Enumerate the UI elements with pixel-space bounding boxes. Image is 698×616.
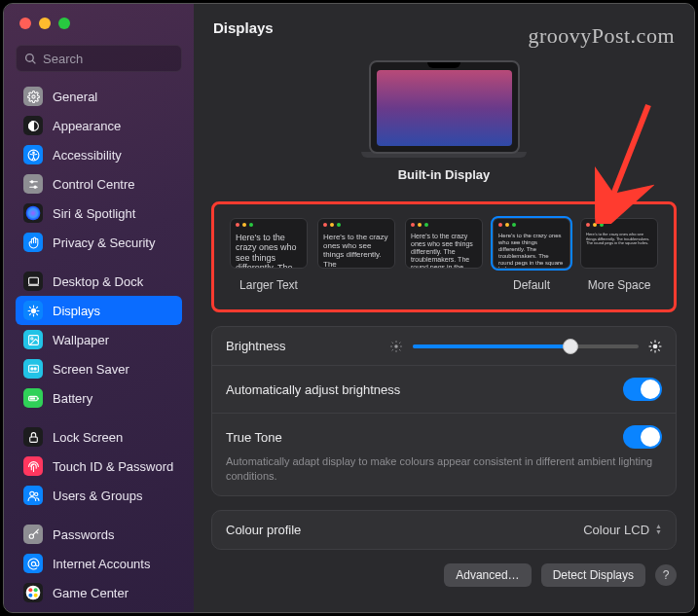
svg-point-51 <box>653 344 658 348</box>
svg-rect-29 <box>29 397 34 399</box>
sidebar-item-battery[interactable]: Battery <box>16 383 182 413</box>
svg-line-48 <box>399 349 400 350</box>
sidebar-item-passwords[interactable]: Passwords <box>16 520 182 549</box>
detect-displays-button[interactable]: Detect Displays <box>541 563 645 587</box>
svg-rect-30 <box>29 436 37 441</box>
svg-point-31 <box>29 491 33 495</box>
resolution-thumbnail: Here's to the crazy ones who see things … <box>493 218 570 269</box>
sidebar-item-label: Appearance <box>53 119 121 133</box>
svg-point-23 <box>30 337 32 339</box>
sidebar-item-general[interactable]: General <box>16 82 182 111</box>
lock-icon <box>23 427 43 447</box>
svg-point-7 <box>30 180 32 182</box>
sidebar-item-label: Passwords <box>53 527 115 542</box>
svg-point-34 <box>31 562 35 565</box>
sidebar-item-wallpaper[interactable]: Wallpaper <box>16 325 182 354</box>
svg-point-2 <box>31 94 34 97</box>
sidebar-item-label: Displays <box>53 304 100 318</box>
resolution-option-1[interactable]: Here's to the crazy ones who see things … <box>317 218 395 292</box>
sidebar-item-wallet-apple-pay[interactable]: Wallet & Apple Pay <box>16 607 182 612</box>
svg-point-13 <box>31 308 35 312</box>
sun-large-icon <box>648 340 662 353</box>
true-tone-toggle[interactable] <box>623 425 662 449</box>
page-title: Displays <box>213 19 274 36</box>
svg-line-49 <box>392 349 393 350</box>
sidebar-item-siri-spotlight[interactable]: Siri & Spotlight <box>16 199 182 228</box>
brightness-control <box>389 340 662 353</box>
bottom-button-row: Advanced… Detect Displays ? <box>211 563 677 587</box>
auto-brightness-row: Automatically adjust brightness <box>212 365 676 413</box>
sidebar-list: GeneralAppearanceAccessibilityControl Ce… <box>4 82 194 612</box>
display-settings-group: Brightness Automatically adjust brightne… <box>211 326 677 496</box>
titlebar: Displays <box>194 4 694 51</box>
true-tone-row: True Tone Automatically adapt display to… <box>212 413 676 495</box>
svg-line-58 <box>650 349 651 350</box>
resolution-options-panel: Here's to the crazy ones who see things … <box>211 201 677 312</box>
siri-icon <box>23 203 43 223</box>
sidebar-item-label: Privacy & Security <box>53 236 155 250</box>
sidebar-item-desktop-dock[interactable]: Desktop & Dock <box>16 267 182 296</box>
controls-icon <box>23 174 43 194</box>
advanced-button[interactable]: Advanced… <box>444 563 531 587</box>
svg-point-32 <box>34 492 37 495</box>
svg-point-10 <box>26 206 41 221</box>
sidebar-item-accessibility[interactable]: Accessibility <box>16 140 182 169</box>
sidebar-item-internet-accounts[interactable]: Internet Accounts <box>16 549 182 578</box>
brightness-label: Brightness <box>226 339 285 353</box>
svg-rect-11 <box>28 277 38 284</box>
chevron-up-down-icon: ▲▼ <box>655 524 662 535</box>
system-settings-window: Search GeneralAppearanceAccessibilityCon… <box>3 3 695 613</box>
svg-point-5 <box>32 151 34 153</box>
auto-brightness-toggle[interactable] <box>623 378 662 401</box>
resolution-option-3[interactable]: Here's to the crazy ones who see things … <box>493 218 570 292</box>
key-icon <box>23 525 43 544</box>
colour-profile-row: Colour profile Colour LCD ▲▼ <box>212 511 676 549</box>
sidebar-item-privacy-security[interactable]: Privacy & Security <box>16 228 182 257</box>
svg-point-38 <box>28 594 32 598</box>
svg-line-50 <box>399 342 400 343</box>
sidebar: Search GeneralAppearanceAccessibilityCon… <box>4 4 194 612</box>
sidebar-item-screen-saver[interactable]: Screen Saver <box>16 354 182 383</box>
resolution-thumbnail: Here's to the crazy ones who see things … <box>230 218 308 269</box>
sidebar-item-label: Touch ID & Password <box>53 459 173 474</box>
close-button[interactable] <box>19 18 31 29</box>
sidebar-item-game-center[interactable]: Game Center <box>16 578 182 607</box>
sidebar-item-label: Accessibility <box>53 148 122 163</box>
svg-point-0 <box>26 54 34 61</box>
svg-line-20 <box>29 313 30 314</box>
accessibility-icon <box>23 145 43 164</box>
sidebar-item-label: Battery <box>53 391 92 406</box>
sidebar-item-users-groups[interactable]: Users & Groups <box>16 481 182 510</box>
brightness-slider[interactable] <box>413 344 639 348</box>
hand-icon <box>23 233 43 252</box>
sidebar-item-label: General <box>53 90 97 104</box>
fingerprint-icon <box>23 456 43 476</box>
sidebar-item-label: Desktop & Dock <box>53 274 143 289</box>
svg-rect-24 <box>28 365 38 372</box>
resolution-label: More Space <box>588 278 651 292</box>
resolution-thumbnail: Here's to the crazy ones who see things … <box>405 218 483 269</box>
resolution-option-0[interactable]: Here's to the crazy ones who see things … <box>230 218 308 292</box>
gear-icon <box>23 87 43 106</box>
sidebar-item-lock-screen[interactable]: Lock Screen <box>16 422 182 452</box>
content-area: Built-in Display Here's to the crazy one… <box>194 51 694 612</box>
sidebar-item-appearance[interactable]: Appearance <box>16 111 182 140</box>
sidebar-item-touch-id-password[interactable]: Touch ID & Password <box>16 452 182 481</box>
resolution-option-4[interactable]: Here's to the crazy ones who see things … <box>580 218 658 292</box>
sidebar-item-control-centre[interactable]: Control Centre <box>16 169 182 199</box>
resolution-option-2[interactable]: Here's to the crazy ones who see things … <box>405 218 483 292</box>
sidebar-item-displays[interactable]: Displays <box>16 296 182 325</box>
true-tone-description: Automatically adapt display to make colo… <box>226 454 662 484</box>
svg-point-36 <box>28 588 32 592</box>
search-input[interactable]: Search <box>16 45 182 72</box>
sun-icon <box>23 301 43 320</box>
svg-point-39 <box>34 594 38 598</box>
window-controls <box>4 4 194 37</box>
colour-profile-label: Colour profile <box>226 523 301 537</box>
colour-profile-select[interactable]: Colour LCD ▲▼ <box>583 523 662 537</box>
fullscreen-button[interactable] <box>58 18 70 29</box>
sidebar-item-label: Wallpaper <box>53 333 109 347</box>
minimize-button[interactable] <box>39 18 51 29</box>
battery-icon <box>23 388 43 408</box>
help-button[interactable]: ? <box>655 564 677 586</box>
